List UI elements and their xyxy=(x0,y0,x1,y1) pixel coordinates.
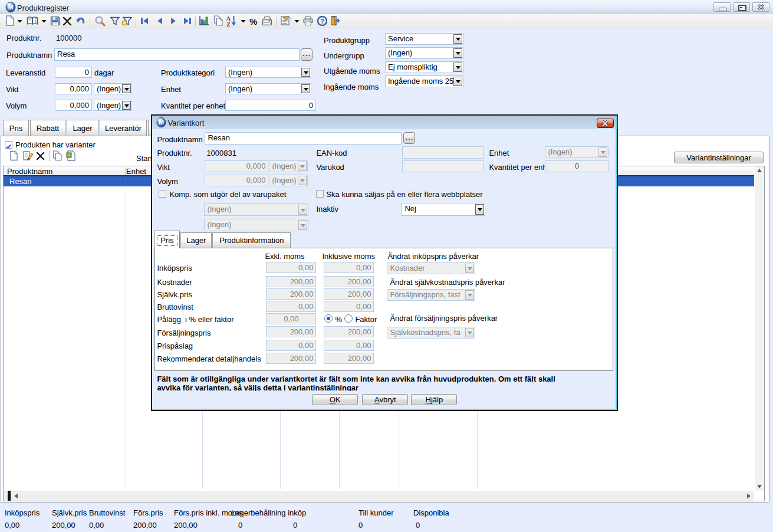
svg-text:?: ? xyxy=(320,18,324,25)
svg-text:M: M xyxy=(8,4,13,11)
svg-text:M: M xyxy=(159,120,165,126)
svg-text:Z: Z xyxy=(226,21,231,27)
